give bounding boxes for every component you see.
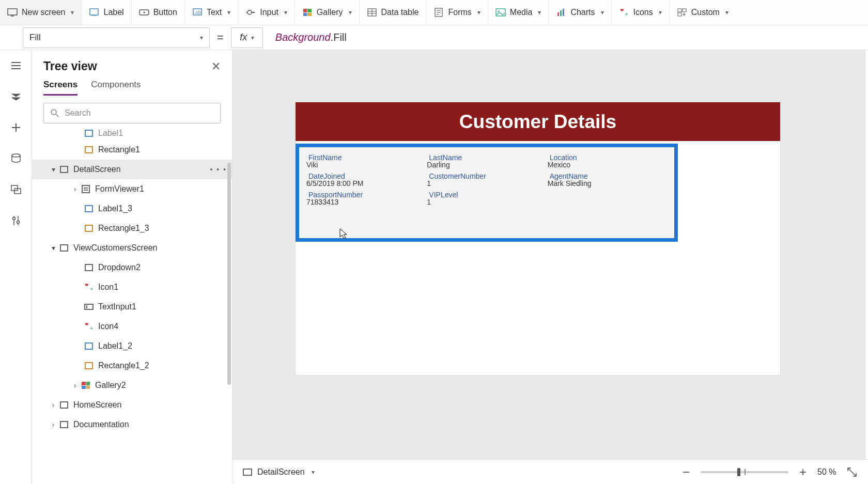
tree-item-label: ViewCustomersScreen [73, 243, 157, 253]
formula-input[interactable]: Background.Fill [270, 32, 868, 43]
svg-rect-18 [496, 9, 505, 16]
equals-sign: = [217, 31, 224, 44]
advanced-button[interactable] [8, 212, 24, 229]
property-selector[interactable]: Fill ▾ [23, 27, 210, 48]
close-icon[interactable]: ✕ [211, 60, 221, 73]
chevron-right-icon[interactable]: › [48, 401, 59, 409]
tree-view-button[interactable] [8, 88, 24, 105]
button-button[interactable]: Button [132, 0, 185, 25]
form-viewer-selected[interactable]: FirstName Viki LastName Darling Location… [296, 144, 678, 242]
tree-item-icon4[interactable]: Icon4 [32, 317, 232, 336]
form-icon [81, 184, 91, 194]
zoom-slider[interactable] [701, 471, 788, 473]
tree-search-input[interactable]: Search [43, 103, 221, 123]
gallery-button[interactable]: Gallery ▾ [295, 0, 360, 25]
tree-item-label1-2[interactable]: Label1_2 [32, 336, 232, 356]
svg-point-19 [498, 11, 499, 12]
hamburger-button[interactable] [8, 57, 24, 74]
tree-item-label1-3[interactable]: Label1_3 [32, 199, 232, 218]
more-icon[interactable]: • • • [210, 165, 227, 174]
charts-icon [556, 7, 566, 18]
svg-rect-22 [563, 9, 564, 16]
tree-item-gallery2[interactable]: › Gallery2 [32, 376, 232, 395]
svg-line-45 [848, 468, 856, 476]
button-icon [139, 7, 149, 18]
chevron-down-icon: ▾ [200, 34, 203, 41]
svg-rect-25 [678, 13, 681, 16]
charts-button[interactable]: Charts ▾ [549, 0, 611, 25]
tree-view-title: Tree view [43, 59, 211, 73]
tree-item-rectangle1[interactable]: Rectangle1 [32, 140, 232, 160]
svg-rect-23 [678, 9, 681, 12]
fit-to-screen-button[interactable] [846, 466, 858, 478]
label-icon [84, 204, 94, 214]
tree-item-label: Label1 [98, 129, 123, 138]
fx-button[interactable]: fx ▾ [231, 27, 263, 48]
chevron-down-icon[interactable]: ▾ [48, 165, 59, 174]
input-button[interactable]: Input ▾ [238, 0, 295, 25]
custom-button[interactable]: Custom ▾ [670, 0, 736, 25]
media-button[interactable]: Media ▾ [488, 0, 549, 25]
tab-screens[interactable]: Screens [43, 80, 78, 96]
zoom-thumb[interactable] [737, 468, 740, 476]
chevron-down-icon: ▾ [477, 9, 481, 16]
screen-selector[interactable]: DetailScreen ▾ [243, 467, 315, 477]
text-button[interactable]: Ab Text ▾ [185, 0, 238, 25]
scrollbar-thumb[interactable] [227, 163, 231, 385]
svg-line-43 [56, 114, 58, 117]
tree-item-formviewer1[interactable]: › FormViewer1 [32, 179, 232, 199]
right-panel-collapsed[interactable] [865, 50, 868, 484]
canvas[interactable]: Customer Details FirstName Viki LastName… [233, 50, 868, 484]
screen-icon [59, 400, 69, 410]
tree-item-label: Documentation [73, 420, 129, 429]
tree-item-documentation[interactable]: › Documentation [32, 415, 232, 434]
insert-toolbar: New screen ▾ Label Button Ab Text ▾ Inpu… [0, 0, 868, 25]
chevron-down-icon: ▾ [71, 9, 74, 16]
insert-button[interactable] [8, 119, 24, 136]
tree-item-rectangle1-3[interactable]: Rectangle1_3 [32, 218, 232, 238]
gallery-icon [302, 7, 313, 18]
chevron-down-icon[interactable]: ▾ [48, 244, 59, 252]
data-button[interactable] [8, 150, 24, 167]
forms-button[interactable]: Forms ▾ [426, 0, 488, 25]
chevron-down-icon: ▾ [538, 9, 541, 16]
rectangle-icon [84, 223, 94, 233]
tree-item-label: Dropdown2 [98, 263, 141, 272]
search-icon [50, 108, 59, 118]
icons-button[interactable]: Icons ▾ [612, 0, 670, 25]
canvas-screen-frame[interactable]: Customer Details FirstName Viki LastName… [296, 102, 780, 375]
chevron-right-icon[interactable]: › [48, 420, 59, 429]
chevron-down-icon: ▾ [284, 9, 287, 16]
media-rail-button[interactable] [8, 181, 24, 198]
svg-rect-2 [90, 9, 98, 15]
field-value-passport: 71833413 [306, 198, 424, 206]
tree-item-icon1[interactable]: Icon1 [32, 277, 232, 297]
label-label: Label [103, 8, 123, 17]
zoom-in-button[interactable]: + [796, 465, 810, 479]
tree-item-dropdown2[interactable]: Dropdown2 [32, 258, 232, 277]
datatable-button[interactable]: Data table [360, 0, 427, 25]
tree-item-label: Label1_3 [98, 204, 132, 213]
label-button[interactable]: Label [82, 0, 131, 25]
screen-header-bar[interactable]: Customer Details [296, 102, 780, 141]
tree-scrollbar[interactable] [227, 127, 232, 484]
svg-point-41 [17, 221, 19, 224]
tab-components[interactable]: Components [91, 80, 141, 96]
gallery-label: Gallery [317, 8, 343, 17]
chevron-down-icon: ▾ [349, 9, 352, 16]
svg-rect-24 [683, 9, 686, 12]
screen-icon [59, 243, 69, 253]
tree-item-textinput1[interactable]: TextInput1 [32, 297, 232, 317]
chevron-down-icon: ▾ [601, 9, 604, 16]
tree-item-homescreen[interactable]: › HomeScreen [32, 395, 232, 415]
zoom-out-button[interactable]: − [679, 465, 693, 479]
svg-point-40 [12, 217, 15, 220]
tree-item-viewcustomers[interactable]: ▾ ViewCustomersScreen [32, 238, 232, 258]
tree-item-detailscreen[interactable]: ▾ DetailScreen • • • [32, 160, 232, 179]
chevron-right-icon[interactable]: › [69, 185, 81, 193]
chevron-down-icon: ▾ [659, 9, 662, 16]
chevron-right-icon[interactable]: › [69, 381, 81, 389]
tree-item-rectangle1-2[interactable]: Rectangle1_2 [32, 356, 232, 376]
new-screen-button[interactable]: New screen ▾ [0, 0, 82, 25]
tree-item-label1[interactable]: Label1 [32, 127, 232, 140]
